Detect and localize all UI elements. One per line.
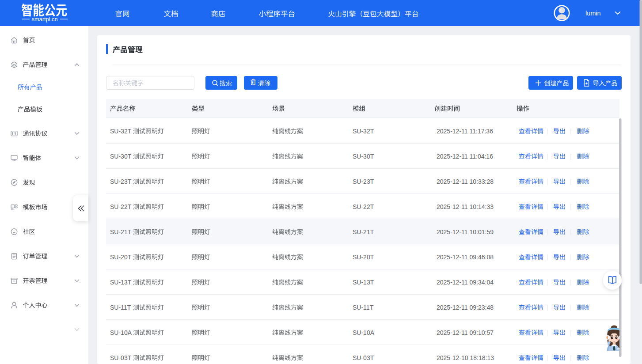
svg-text:SU-23T: SU-23T [110, 178, 132, 185]
svg-text:SU-32T: SU-32T [110, 128, 132, 135]
svg-text:SU-22T: SU-22T [110, 203, 132, 210]
svg-text:2025-12-11 09:34:04: 2025-12-11 09:34:04 [437, 279, 494, 286]
svg-text:SU-11T: SU-11T [353, 304, 374, 311]
svg-text:SU-23T: SU-23T [353, 178, 374, 185]
svg-text:lumin: lumin [585, 10, 601, 17]
svg-text:SU-11T: SU-11T [110, 304, 131, 311]
svg-text:2025-12-11 10:01:59: 2025-12-11 10:01:59 [437, 228, 494, 235]
svg-text:2025-12-10 18:18:13: 2025-12-10 18:18:13 [437, 354, 494, 361]
svg-text:2025-12-11 09:46:08: 2025-12-11 09:46:08 [437, 254, 494, 261]
svg-text:SU-03T: SU-03T [110, 354, 132, 361]
svg-text:2025-12-11 11:04:16: 2025-12-11 11:04:16 [437, 153, 493, 160]
svg-text:SU-13T: SU-13T [353, 279, 374, 286]
svg-text:2025-12-11 09:10:57: 2025-12-11 09:10:57 [437, 329, 494, 336]
svg-text:2025-12-11 09:23:48: 2025-12-11 09:23:48 [437, 304, 494, 311]
svg-text:2025-12-11 11:17:36: 2025-12-11 11:17:36 [437, 128, 493, 135]
svg-text:SU-30T: SU-30T [110, 153, 132, 160]
svg-text:SU-21T: SU-21T [353, 228, 374, 235]
svg-text:2025-12-11 10:14:33: 2025-12-11 10:14:33 [437, 203, 494, 210]
svg-text:SU-13T: SU-13T [110, 279, 132, 286]
svg-text:SU-10A: SU-10A [353, 329, 375, 336]
svg-text:2025-12-11 10:33:28: 2025-12-11 10:33:28 [437, 178, 494, 185]
svg-text:SU-21T: SU-21T [110, 228, 132, 235]
svg-text:SU-22T: SU-22T [353, 203, 374, 210]
svg-text:SU-20T: SU-20T [353, 254, 374, 261]
svg-text:SU-10A: SU-10A [110, 329, 132, 336]
svg-text:SU-03T: SU-03T [353, 354, 374, 361]
svg-text:SU-20T: SU-20T [110, 254, 132, 261]
svg-text:SU-30T: SU-30T [353, 153, 374, 160]
svg-text:smartpi.cn: smartpi.cn [31, 16, 57, 23]
svg-text:SU-32T: SU-32T [353, 128, 374, 135]
